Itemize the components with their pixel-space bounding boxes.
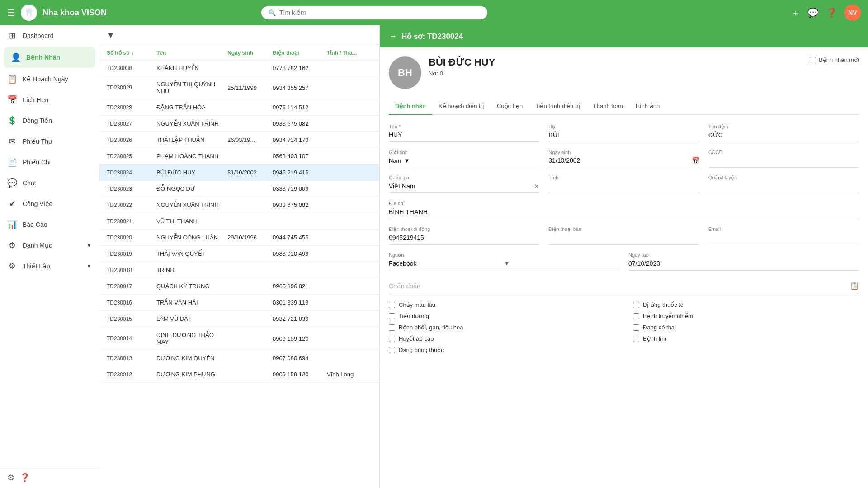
table-row[interactable]: TD230020 NGUYỄN CÔNG LUẬN 29/10/1996 094… (99, 230, 379, 246)
checkbox-dang-co-thai[interactable] (633, 324, 639, 331)
sidebar-item-cong-viec[interactable]: ✔ Công Việc (0, 193, 99, 214)
table-row[interactable]: TD230027 NGUYỄN XUÂN TRÌNH 0933 675 082 (99, 116, 379, 132)
sidebar-label-thiet-lap: Thiết Lập (23, 263, 50, 270)
value-ho[interactable]: BÙI (548, 131, 699, 142)
table-row[interactable]: TD230015 LÂM VŨ ĐẠT 0932 721 839 (99, 311, 379, 327)
value-ten[interactable]: HUY (389, 131, 539, 142)
sidebar-item-thiet-lap[interactable]: ⚙ Thiết Lập ▼ (0, 256, 99, 277)
sidebar-item-benh-nhan[interactable]: 👤 Bệnh Nhân (4, 47, 95, 68)
field-chan-doan[interactable]: Chẩn đoán 📋 (389, 278, 859, 294)
sidebar-item-phieu-chi[interactable]: 📄 Phiếu Chi (0, 152, 99, 173)
checkbox-di-ung-thuoc-te[interactable] (633, 302, 639, 308)
table-row[interactable]: TD230013 DƯƠNG KIM QUYÊN 0907 080 694 (99, 350, 379, 366)
ngay-sinh-calendar-icon[interactable]: 📅 (692, 157, 699, 164)
col-header-id[interactable]: Số hồ sơ ↓ (107, 50, 156, 56)
help-bottom-icon[interactable]: ❓ (20, 473, 30, 483)
tab-tien-trinh-dieu-tri[interactable]: Tiến trình điều trị (529, 98, 587, 115)
sidebar-item-lich-hen[interactable]: 📅 Lịch Hẹn (0, 89, 99, 110)
table-row[interactable]: TD230023 ĐỖ NGỌC DƯ 0333 719 009 (99, 181, 379, 197)
cell-phone: 0983 010 499 (273, 250, 327, 257)
detail-panel: → Hồ sơ: TD230024 BH BÙI ĐỨC HUY Nợ: 0 (380, 25, 868, 488)
danh-muc-chevron: ▼ (86, 242, 92, 249)
col-header-region[interactable]: Tỉnh / Thà... (327, 50, 372, 56)
sidebar-item-chat[interactable]: 💬 Chat (0, 173, 99, 193)
chat-icon[interactable]: 💬 (807, 7, 819, 18)
label-ngay-sinh: Ngày sinh (548, 150, 699, 155)
cell-id: TD230015 (107, 316, 156, 322)
checkbox-chay-mau-lau[interactable] (389, 302, 395, 308)
table-row[interactable]: TD230018 TRÌNH (99, 262, 379, 278)
sidebar-item-phieu-thu[interactable]: ✉ Phiếu Thu (0, 131, 99, 152)
menu-icon[interactable]: ☰ (7, 7, 15, 18)
checkbox-item-di-ung-thuoc-te: Dị ứng thuốc tê (633, 301, 859, 308)
tab-ke-hoach-dieu-tri[interactable]: Kế hoạch điều trị (432, 98, 491, 115)
value-cccd[interactable] (708, 157, 859, 168)
table-row[interactable]: TD230029 NGUYỄN THỊ QUỲNH NHƯ 25/11/1999… (99, 76, 379, 99)
checkbox-benh-truyen-nhiem[interactable] (633, 313, 639, 319)
value-tinh[interactable] (548, 183, 699, 193)
value-ngay-sinh[interactable]: 31/10/2002 (548, 157, 689, 164)
select-gioi-tinh[interactable]: Nam ▼ (389, 157, 539, 167)
help-icon[interactable]: ❓ (826, 7, 837, 18)
checkbox-tieu-duong[interactable] (389, 313, 395, 319)
table-row[interactable]: TD230014 ĐINH DƯƠNG THẢO MAY 0909 159 12… (99, 327, 379, 350)
checkbox-dang-dung-thuoc[interactable] (389, 347, 395, 353)
table-row[interactable]: TD230025 PHẠM HOÀNG THÀNH 0563 403 107 (99, 148, 379, 164)
table-row[interactable]: TD230022 NGUYỄN XUÂN TRÌNH 0933 675 082 (99, 197, 379, 213)
tab-cuoc-hen[interactable]: Cuộc hẹn (491, 98, 529, 115)
value-ngay-tao[interactable]: 07/10/2023 (628, 260, 859, 271)
quoc-gia-clear-icon[interactable]: ✕ (534, 183, 539, 190)
value-ten-dem[interactable]: ĐỨC (708, 131, 859, 142)
table-row[interactable]: TD230026 THÁI LẬP THUẬN 26/03/19... 0934… (99, 132, 379, 148)
table-row[interactable]: TD230024 BÙI ĐỨC HUY 31/10/2002 0945 219… (99, 164, 379, 181)
col-header-phone[interactable]: Điện thoại (273, 50, 327, 56)
value-dien-thoai-ban[interactable] (548, 234, 699, 245)
add-icon[interactable]: ＋ (791, 7, 800, 19)
col-header-dob[interactable]: Ngày sinh (227, 50, 273, 56)
checkbox-huyet-ap-cao[interactable] (389, 336, 395, 342)
table-row[interactable]: TD230028 ĐẶNG TRẦN HÒA 0976 114 512 (99, 99, 379, 116)
search-input[interactable] (279, 9, 480, 16)
table-row[interactable]: TD230030 KHÁNH HUYỀN 0778 782 162 (99, 60, 379, 76)
sidebar-item-ke-hoach-ngay[interactable]: 📋 Kế Hoạch Ngày (0, 69, 99, 89)
checkbox-item-tieu-duong: Tiểu đường (389, 313, 615, 319)
table-row[interactable]: TD230012 DƯƠNG KIM PHỤNG 0909 159 120 Vĩ… (99, 366, 379, 383)
value-dia-chi[interactable]: BÌNH THẠNH (389, 208, 859, 219)
value-email[interactable] (708, 234, 859, 244)
tab-thanh-toan[interactable]: Thanh toán (587, 98, 629, 115)
list-header: ▼ (99, 25, 379, 46)
value-quan-huyen[interactable] (708, 183, 859, 193)
search-icon: 🔍 (269, 9, 276, 16)
user-avatar[interactable]: NV (844, 5, 861, 21)
table-row[interactable]: TD230021 VŨ THỊ THANH (99, 213, 379, 230)
table-row[interactable]: TD230019 THÁI VĂN QUYẾT 0983 010 499 (99, 246, 379, 262)
filter-icon[interactable]: ▼ (107, 31, 115, 40)
form-quoc-gia-group: Quốc gia Việt Nam ✕ Tỉnh Quận/Huyện (389, 175, 859, 193)
tab-benh-nhan[interactable]: Bệnh nhân (389, 98, 432, 115)
sidebar-item-danh-muc[interactable]: ⚙ Danh Mục ▼ (0, 235, 99, 256)
cell-name: KHÁNH HUYỀN (156, 65, 227, 71)
select-quoc-gia[interactable]: Việt Nam ✕ (389, 183, 539, 193)
patient-list-panel: ▼ Số hồ sơ ↓ Tên Ngày sinh Điện thoại Tỉ… (99, 25, 380, 488)
sidebar-item-dong-tien[interactable]: 💲 Dòng Tiền (0, 110, 99, 131)
sidebar-item-bao-cao[interactable]: 📊 Báo Cáo (0, 214, 99, 235)
settings-bottom-icon[interactable]: ⚙ (7, 473, 14, 483)
cell-id: TD230017 (107, 283, 156, 290)
logo-icon: 🦷 (24, 8, 34, 18)
new-patient-checkbox[interactable] (810, 57, 816, 63)
cell-name: ĐẶNG TRẦN HÒA (156, 104, 227, 111)
tab-hinh-anh[interactable]: Hình ảnh (629, 98, 666, 115)
search-bar[interactable]: 🔍 (261, 6, 487, 19)
table-row[interactable]: TD230017 QUÁCH KỲ TRUNG 0965 896 821 (99, 278, 379, 295)
label-dia-chi: Địa chỉ (389, 201, 859, 206)
form-phone-group: Điện thoại di động 0945219415 Điện thoại… (389, 226, 859, 245)
checkbox-benh-phoi-gan-tieu-hoa[interactable] (389, 324, 395, 331)
chan-doan-icon[interactable]: 📋 (850, 282, 859, 290)
table-row[interactable]: TD230016 TRẦN VĂN HẢI 0301 339 119 (99, 295, 379, 311)
value-dien-thoai-di-dong[interactable]: 0945219415 (389, 234, 539, 245)
col-header-name[interactable]: Tên (156, 50, 227, 56)
sidebar-item-dashboard[interactable]: ⊞ Dashboard (0, 25, 99, 46)
select-nguon[interactable]: Facebook ▼ (389, 260, 619, 270)
checkbox-benh-tim[interactable] (633, 336, 639, 342)
detail-body: BH BÙI ĐỨC HUY Nợ: 0 Bệnh nhân mới (380, 47, 868, 488)
